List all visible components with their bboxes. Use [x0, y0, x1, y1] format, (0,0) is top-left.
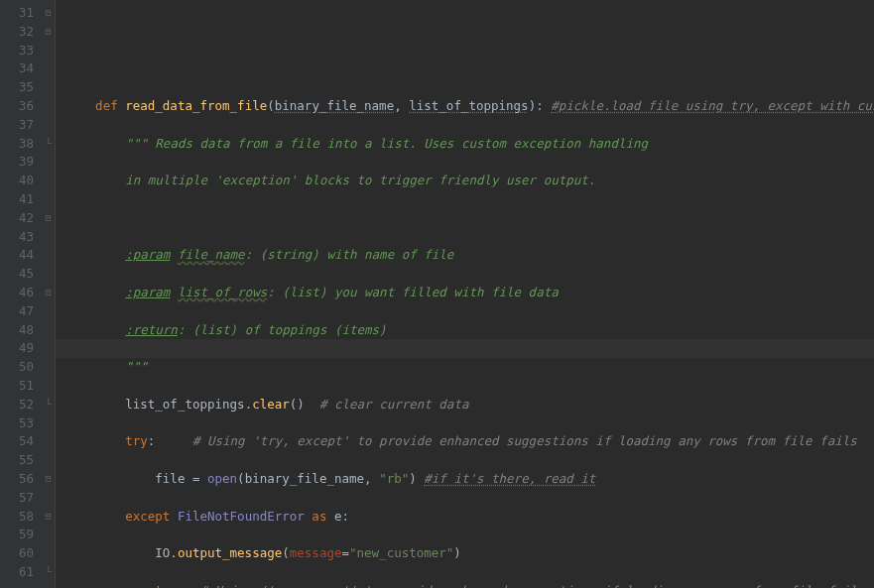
docstring-tag: :param [125, 285, 170, 299]
line-number: 34 [10, 59, 34, 78]
fold-marker[interactable] [42, 116, 55, 135]
line-number: 31 [10, 4, 34, 23]
builtin-open: open [207, 471, 237, 486]
line-number: 54 [10, 432, 34, 451]
docstring: Reads data from a file into a list. Uses… [155, 136, 648, 151]
code-line[interactable]: except FileNotFoundError as e: [65, 508, 874, 527]
fold-marker[interactable] [42, 265, 55, 284]
fold-marker[interactable] [42, 451, 55, 470]
code-line[interactable]: """ [65, 358, 874, 377]
comment: #pickle.load file using try, except with… [551, 98, 874, 113]
fold-marker[interactable] [42, 42, 55, 60]
fold-marker[interactable] [42, 526, 55, 544]
fold-marker[interactable] [42, 228, 55, 247]
comment: # Using 'try, except' to provide enhance… [192, 433, 857, 448]
code-line[interactable]: list_of_toppings.clear() # clear current… [65, 396, 874, 414]
code-line[interactable]: :return: (list) of toppings (items) [65, 321, 874, 340]
keyword-try: try [155, 583, 178, 588]
code-line[interactable] [65, 209, 874, 228]
line-number: 53 [10, 414, 34, 433]
fold-marker[interactable]: ⊟ [42, 23, 55, 42]
fold-marker[interactable] [42, 432, 55, 451]
fold-marker[interactable]: └ [42, 135, 55, 154]
fold-marker[interactable]: └ [42, 396, 55, 414]
fold-marker[interactable] [42, 544, 55, 563]
line-number: 39 [10, 153, 34, 172]
docstring-tag: :return [125, 322, 178, 337]
docstring: in multiple 'exception' blocks to trigge… [125, 173, 595, 187]
fold-column: ⊟⊟└⊟⊟└⊟⊟└ [42, 0, 56, 588]
line-number: 33 [10, 42, 34, 60]
line-number: 57 [10, 489, 34, 508]
fold-marker[interactable]: ⊟ [42, 209, 55, 228]
code-line[interactable]: :param file_name: (string) with name of … [65, 246, 874, 265]
parameter: binary_file_name [275, 98, 394, 113]
fold-marker[interactable] [42, 339, 55, 358]
fold-marker[interactable] [42, 321, 55, 340]
fold-marker[interactable] [42, 153, 55, 172]
line-number: 52 [10, 396, 34, 414]
code-line[interactable]: try: # Using 'try, except' to provide en… [65, 582, 874, 588]
current-line-highlight [56, 339, 874, 358]
code-line[interactable]: def read_data_from_file(binary_file_name… [65, 97, 874, 116]
fold-marker[interactable] [42, 377, 55, 396]
fold-marker[interactable] [42, 78, 55, 97]
line-number: 37 [10, 116, 34, 135]
line-number: 58 [10, 508, 34, 527]
code-line[interactable]: :param list_of_rows: (list) you want fil… [65, 284, 874, 302]
comment: # Using 'try, except' to provide enhance… [199, 583, 864, 588]
line-number: 40 [10, 172, 34, 190]
docstring-param-warn: file_name [178, 247, 245, 262]
comment: #if it's there, read it [424, 471, 595, 486]
line-number: 60 [10, 544, 34, 563]
kwarg: message [290, 545, 342, 560]
keyword-def: def [95, 98, 125, 113]
fold-marker[interactable] [42, 358, 55, 377]
fold-marker[interactable]: └ [42, 563, 55, 582]
exception-class: FileNotFoundError [178, 509, 305, 524]
fold-marker[interactable] [42, 172, 55, 190]
keyword-try: try [125, 433, 148, 448]
fold-marker[interactable] [42, 97, 55, 116]
code-line[interactable]: """ Reads data from a file into a list. … [65, 135, 874, 154]
fold-marker[interactable] [42, 190, 55, 209]
keyword-except: except [125, 509, 178, 524]
docstring-param-warn: list_of_rows [178, 285, 267, 299]
line-number: 55 [10, 451, 34, 470]
code-line[interactable]: IO.output_message(message="new_customer"… [65, 544, 874, 563]
fold-marker[interactable]: ⊟ [42, 508, 55, 527]
line-number: 41 [10, 190, 34, 209]
fold-marker[interactable] [42, 414, 55, 433]
fold-marker[interactable]: ⊟ [42, 4, 55, 23]
string: "rb" [379, 471, 409, 486]
line-number: 35 [10, 78, 34, 97]
line-number: 61 [10, 563, 34, 582]
line-number: 51 [10, 377, 34, 396]
code-line[interactable]: try: # Using 'try, except' to provide en… [65, 432, 874, 451]
fold-marker[interactable] [42, 489, 55, 508]
comment: # clear current data [319, 397, 469, 412]
line-number: 43 [10, 228, 34, 247]
fold-marker[interactable]: ⊟ [42, 470, 55, 489]
code-line[interactable]: file = open(binary_file_name, "rb") #if … [65, 470, 874, 489]
line-number: 45 [10, 265, 34, 284]
line-number: 47 [10, 302, 34, 321]
fold-marker[interactable] [42, 302, 55, 321]
code-area[interactable]: def read_data_from_file(binary_file_name… [56, 0, 874, 588]
fold-marker[interactable] [42, 59, 55, 78]
function-name: read_data_from_file [125, 98, 267, 113]
line-number: 38 [10, 135, 34, 154]
fold-marker[interactable]: ⊟ [42, 284, 55, 302]
line-number: 42 [10, 209, 34, 228]
line-number: 50 [10, 358, 34, 377]
code-editor[interactable]: 3132333435363738394041424344454647484950… [0, 0, 874, 588]
line-number: 49 [10, 339, 34, 358]
code-line[interactable]: in multiple 'exception' blocks to trigge… [65, 172, 874, 190]
line-number: 36 [10, 97, 34, 116]
fold-marker[interactable] [42, 246, 55, 265]
line-number: 32 [10, 23, 34, 42]
line-number: 48 [10, 321, 34, 340]
line-number-gutter: 3132333435363738394041424344454647484950… [0, 0, 42, 588]
line-number: 44 [10, 246, 34, 265]
line-number: 46 [10, 284, 34, 302]
